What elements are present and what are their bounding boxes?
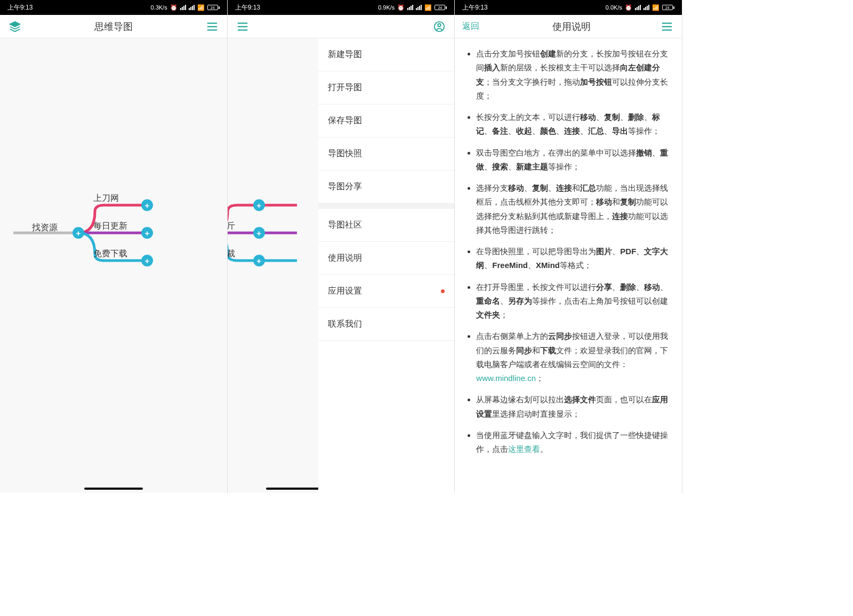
menu-label: 导图分享 — [328, 181, 362, 192]
menu-help[interactable]: 使用说明 — [318, 242, 454, 275]
menu-label: 导图快照 — [328, 148, 362, 159]
help-item: 选择分支移动、复制、连接和汇总功能，当出现选择线框后，点击线框外其他分支即可；移… — [476, 181, 672, 237]
mindmap-connectors — [0, 38, 227, 493]
menu-community[interactable]: 导图社区 — [318, 209, 454, 242]
branch-node-2[interactable]: 每日更新 — [93, 221, 127, 232]
menu-contact[interactable]: 联系我们 — [318, 308, 454, 341]
menu-label: 应用设置 — [328, 286, 362, 297]
menu-label: 新建导图 — [328, 49, 362, 60]
add-node-button[interactable]: + — [253, 255, 265, 266]
svg-marker-0 — [10, 21, 20, 26]
status-right: 0.9K/s ⏰ 📶 24 — [378, 4, 447, 11]
website-link[interactable]: www.mindline.cn — [476, 374, 536, 383]
menu-share[interactable]: 导图分享 — [318, 171, 454, 204]
menu-label: 使用说明 — [328, 253, 362, 264]
status-speed: 0.3K/s — [150, 4, 167, 11]
branch-node-3[interactable]: 免费下载 — [93, 248, 127, 260]
help-content[interactable]: 点击分支加号按钮创建新的分支，长按加号按钮在分支间插入新的层级，长按根支主干可以… — [455, 38, 682, 493]
help-item: 点击分支加号按钮创建新的分支，长按加号按钮在分支间插入新的层级，长按根支主干可以… — [476, 47, 672, 103]
help-item: 从屏幕边缘右划可以拉出选择文件页面，也可以在应用设置里选择启动时直接显示； — [476, 393, 672, 421]
status-bar: 上午9:13 0.3K/s ⏰ 📶 24 — [0, 0, 227, 15]
mindmap-partial: + 斤 + 裁 + — [228, 38, 318, 493]
menu-icon[interactable] — [659, 19, 674, 34]
branch-node-partial[interactable]: 裁 — [228, 248, 235, 260]
panel-mindmap: 上午9:13 0.3K/s ⏰ 📶 24 思维导图 找资源 + 上刀网 + 每日… — [0, 0, 228, 493]
help-item: 点击右侧菜单上方的云同步按钮进入登录，可以使用我们的云服务同步和下载文件；欢迎登… — [476, 329, 672, 385]
svg-point-9 — [438, 23, 441, 27]
menu-settings[interactable]: 应用设置 — [318, 275, 454, 308]
panel-help: 上午9:13 0.0K/s ⏰ 📶 24 返回 使用说明 点击分支加号按钮创建新… — [455, 0, 682, 493]
layers-icon[interactable] — [7, 19, 22, 34]
branch-node-1[interactable]: 上刀网 — [93, 193, 119, 204]
menu-label: 打开导图 — [328, 82, 362, 93]
drawer-menu: 新建导图 打开导图 保存导图 导图快照 导图分享 导图社区 使用说明 应用设置 … — [318, 38, 454, 493]
notification-dot — [441, 289, 445, 293]
nav-bar: 思维导图 — [0, 15, 227, 38]
menu-icon[interactable] — [205, 19, 220, 34]
user-icon[interactable] — [432, 19, 447, 34]
page-title: 思维导图 — [22, 20, 205, 33]
help-item: 当使用蓝牙键盘输入文字时，我们提供了一些快捷键操作，点击这里查看。 — [476, 428, 672, 457]
back-button[interactable]: 返回 — [462, 21, 484, 32]
status-bar: 上午9:13 0.0K/s ⏰ 📶 24 — [455, 0, 682, 15]
menu-save[interactable]: 保存导图 — [318, 104, 454, 137]
help-item: 在打开导图里，长按文件可以进行分享、删除、移动、重命名、另存为等操作，点击右上角… — [476, 280, 672, 322]
status-speed: 0.0K/s — [606, 4, 622, 11]
mindmap-canvas[interactable]: 找资源 + 上刀网 + 每日更新 + 免费下载 + — [0, 38, 227, 493]
menu-snapshot[interactable]: 导图快照 — [318, 137, 454, 171]
help-item: 双击导图空白地方，在弹出的菜单中可以选择撤销、重做、搜索、新建主题等操作； — [476, 146, 672, 174]
menu-icon[interactable] — [235, 19, 250, 34]
menu-label: 联系我们 — [328, 319, 362, 330]
add-branch-button[interactable]: + — [73, 227, 84, 239]
add-node-button[interactable]: + — [141, 255, 153, 266]
menu-new[interactable]: 新建导图 — [318, 38, 454, 71]
add-node-button[interactable]: + — [253, 227, 265, 239]
branch-node-partial[interactable]: 斤 — [228, 221, 235, 232]
panel-menu: 上午9:13 0.9K/s ⏰ 📶 24 + 斤 + 裁 — [228, 0, 455, 493]
status-bar: 上午9:13 0.9K/s ⏰ 📶 24 — [228, 0, 455, 15]
menu-separator — [318, 204, 454, 209]
help-item: 长按分支上的文本，可以进行移动、复制、删除、标记、备注、收起、颜色、连接、汇总、… — [476, 110, 672, 139]
menu-label: 保存导图 — [328, 115, 362, 126]
root-node[interactable]: 找资源 — [32, 222, 58, 233]
mindmap-connectors-partial — [228, 38, 318, 493]
status-speed: 0.9K/s — [378, 4, 395, 11]
add-node-button[interactable]: + — [141, 199, 153, 211]
home-indicator[interactable] — [266, 488, 318, 490]
status-right: 0.3K/s ⏰ 📶 24 — [150, 4, 219, 11]
nav-bar — [228, 15, 455, 38]
shortcuts-link[interactable]: 这里查看 — [508, 444, 540, 453]
status-time: 上午9:13 — [7, 3, 33, 12]
add-node-button[interactable]: + — [141, 227, 153, 239]
status-time: 上午9:13 — [235, 3, 260, 12]
status-right: 0.0K/s ⏰ 📶 24 — [606, 4, 674, 11]
help-item: 在导图快照里，可以把导图导出为图片、PDF、文字大纲、FreeMind、XMin… — [476, 245, 672, 273]
nav-bar: 返回 使用说明 — [455, 15, 682, 38]
menu-label: 导图社区 — [328, 220, 362, 231]
status-time: 上午9:13 — [462, 3, 487, 12]
menu-open[interactable]: 打开导图 — [318, 71, 454, 104]
add-node-button[interactable]: + — [253, 199, 265, 211]
home-indicator[interactable] — [84, 488, 143, 490]
page-title: 使用说明 — [484, 20, 659, 33]
